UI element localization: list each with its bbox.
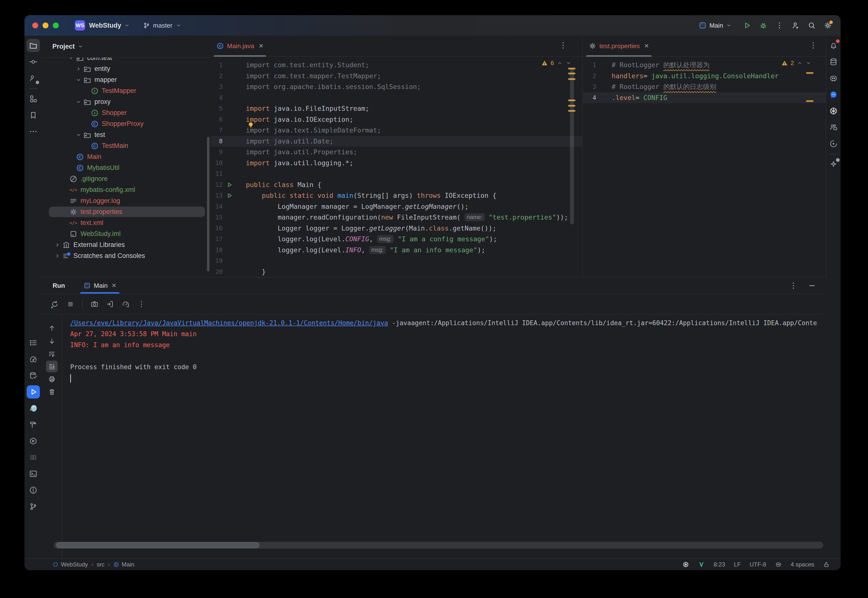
tree-item-Shopper[interactable]: I Shopper (42, 107, 210, 118)
line-number[interactable]: 1 (210, 60, 223, 71)
run-play-icon[interactable] (742, 21, 752, 30)
tree-item-ShopperProxy[interactable]: C ShopperProxy (42, 118, 210, 129)
run-config-selector[interactable]: Main (698, 21, 732, 30)
tree-item-TestMain[interactable]: C TestMain (42, 141, 210, 151)
gutter[interactable] (223, 179, 246, 190)
ai-assistant-icon[interactable] (827, 158, 840, 171)
lock-open-icon[interactable] (823, 561, 830, 568)
chevron-down-icon[interactable] (75, 77, 83, 83)
commit-icon[interactable] (27, 55, 40, 69)
line-number[interactable]: 15 (210, 212, 223, 223)
line-number[interactable]: 2 (583, 71, 596, 82)
up-icon[interactable] (46, 323, 58, 334)
close-icon[interactable]: ✕ (644, 43, 649, 49)
gutter[interactable] (223, 190, 246, 201)
add-user-icon[interactable] (791, 21, 801, 30)
tree-item-.gitignore[interactable]: .gitignore (42, 173, 210, 184)
tree-item-proxy[interactable]: proxy (42, 96, 210, 107)
close-icon[interactable]: ✕ (112, 282, 117, 289)
breadcrumb-src[interactable]: src (97, 561, 105, 568)
bookmarks-icon[interactable] (27, 109, 40, 122)
kebab-icon[interactable] (789, 281, 798, 290)
structure-icon[interactable] (27, 92, 40, 105)
chat-icon[interactable] (827, 88, 840, 101)
tree-item-com.test[interactable]: com.test (42, 58, 210, 63)
zoom-window-button[interactable] (53, 22, 59, 28)
print-icon[interactable] (46, 373, 58, 385)
tree-item-myLogger.log[interactable]: myLogger.log (42, 195, 210, 206)
v-plugin-icon[interactable] (698, 561, 705, 568)
chevron-right-icon[interactable] (54, 242, 62, 248)
ai-robot-icon[interactable] (827, 72, 840, 85)
terminal-icon[interactable] (27, 467, 40, 480)
database-changes-icon[interactable] (27, 369, 40, 382)
line-number[interactable]: 14 (210, 201, 223, 212)
chevron-down-icon[interactable] (806, 60, 811, 66)
inspections-widget[interactable]: 2 (781, 60, 811, 66)
line-number[interactable]: 4 (210, 93, 223, 103)
scroll-end-icon[interactable] (46, 360, 58, 372)
project-scrollbar[interactable] (207, 137, 210, 271)
close-window-button[interactable] (32, 22, 38, 28)
line-number[interactable]: 20 (210, 266, 223, 277)
line-number[interactable]: 7 (210, 125, 223, 136)
line-number[interactable]: 18 (210, 245, 223, 256)
tree-item-TestMapper[interactable]: I TestMapper (42, 85, 210, 96)
tab-test-properties[interactable]: test.properties ✕ (586, 36, 652, 56)
run-tab-main[interactable]: Main ✕ (80, 278, 119, 294)
line-number[interactable]: 17 (210, 234, 223, 245)
tree-item-mybatis-config.xml[interactable]: </> mybatis-config.xml (42, 184, 210, 195)
chevron-up-icon[interactable] (797, 60, 803, 66)
tree-item-test[interactable]: test (42, 129, 210, 141)
tree-item-WebStudy.iml[interactable]: WebStudy.iml (42, 228, 210, 239)
attach-icon[interactable] (105, 299, 115, 309)
chevron-down-icon[interactable] (68, 58, 76, 61)
chevron-up-icon[interactable] (557, 60, 563, 66)
robot-icon[interactable] (775, 561, 782, 568)
settings-gear-icon[interactable] (823, 21, 833, 30)
line-number[interactable]: 4 (583, 93, 596, 103)
console-hscrollbar-thumb[interactable] (56, 542, 259, 548)
chevron-right-icon[interactable] (75, 66, 83, 72)
kebab-icon[interactable] (559, 41, 568, 51)
status-widget[interactable]: UTF-8 (750, 561, 766, 568)
down-icon[interactable] (46, 335, 58, 347)
line-number[interactable]: 11 (210, 169, 223, 179)
console-link[interactable]: /Users/eve/Library/Java/JavaVirtualMachi… (70, 319, 388, 327)
line-number[interactable]: 1 (583, 60, 596, 71)
warning-stripe-mark[interactable] (806, 100, 813, 102)
tree-item-mapper[interactable]: mapper (42, 74, 210, 85)
tree-item-MybatisUtil[interactable]: C MybatisUtil (42, 162, 210, 173)
tree-item-Scratches and Consoles[interactable]: Scratches and Consoles (42, 250, 210, 262)
line-number[interactable]: 19 (210, 256, 223, 266)
snapshot-icon[interactable] (89, 299, 100, 309)
tree-item-text.xml[interactable]: </> text.xml (42, 217, 210, 228)
clear-icon[interactable] (46, 386, 58, 398)
profiler-small-icon[interactable] (120, 299, 131, 309)
recent-icon[interactable] (827, 137, 840, 150)
console[interactable]: /Users/eve/Library/Java/JavaVirtualMachi… (62, 314, 826, 559)
openai-icon[interactable] (682, 561, 689, 568)
vcs-widget[interactable]: master (143, 22, 182, 29)
more-tools-icon[interactable] (27, 125, 40, 138)
stop-icon[interactable] (65, 299, 76, 309)
project-folder-icon[interactable] (27, 39, 40, 52)
tree-item-entity[interactable]: entity (42, 63, 210, 74)
build-icon[interactable] (27, 418, 40, 431)
chevron-down-icon[interactable] (566, 60, 571, 66)
editor-scrollbar[interactable] (570, 68, 574, 224)
run-tool-icon[interactable] (27, 385, 40, 399)
todo-icon[interactable] (27, 336, 40, 349)
breadcrumb-WebStudy[interactable]: WebStudy (52, 561, 88, 568)
notifications-icon[interactable] (827, 39, 840, 52)
line-number[interactable]: 9 (210, 147, 223, 158)
line-number[interactable]: 8 (210, 136, 223, 147)
soft-wrap-icon[interactable] (46, 348, 58, 360)
breadcrumb-Main[interactable]: CMain (113, 561, 134, 568)
tree-item-Main[interactable]: C Main (42, 151, 210, 162)
chevron-right-icon[interactable] (54, 253, 62, 259)
hide-panel-icon[interactable] (808, 281, 816, 290)
plugin-mascot-icon[interactable] (27, 402, 40, 415)
kebab-icon[interactable] (136, 299, 147, 309)
kebab-icon[interactable] (775, 21, 784, 30)
